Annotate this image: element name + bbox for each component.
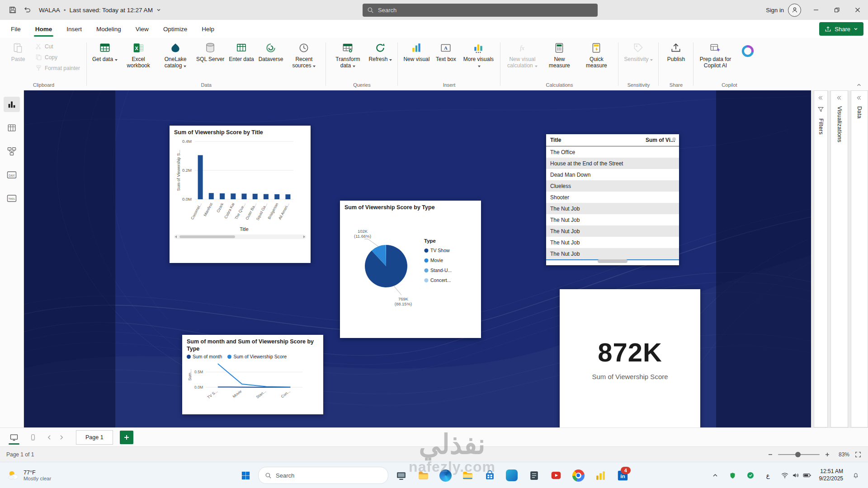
table-view-button[interactable] [4, 120, 20, 136]
document-title-menu[interactable]: WALAA • Last saved: Today at 12:27 AM [39, 7, 161, 14]
get-data-button[interactable]: Get data [90, 39, 119, 64]
desktop-view-button[interactable] [6, 431, 22, 444]
zoom-out-button[interactable] [768, 452, 773, 457]
format-painter-button[interactable]: Format painter [33, 63, 83, 73]
fit-to-page-button[interactable] [854, 451, 862, 458]
video-app-button[interactable] [547, 466, 566, 485]
edge-browser-button[interactable] [436, 466, 455, 485]
quick-measure-button[interactable]: Quick measure [578, 39, 614, 70]
mobile-view-button[interactable] [25, 431, 41, 444]
tab-home[interactable]: Home [28, 20, 60, 38]
table-row[interactable]: The Nut Job [546, 248, 679, 260]
pie-chart-visual[interactable]: Sum of Viewership Score by Type 102K(11.… [340, 201, 481, 338]
table-row[interactable]: The Nut Job [546, 225, 679, 237]
table-row[interactable]: The Nut Job [546, 203, 679, 214]
refresh-button[interactable]: Refresh [367, 39, 394, 64]
input-language-button[interactable]: ع [761, 467, 775, 483]
card-visual[interactable]: 872K Sum of Viewership Score [560, 289, 700, 427]
model-view-button[interactable] [4, 144, 20, 159]
network-volume-battery-button[interactable] [779, 471, 813, 480]
table-row[interactable]: Clueless [546, 180, 679, 192]
sign-in-button[interactable]: Sign in [766, 4, 801, 17]
recent-sources-button[interactable]: Recent sources [286, 39, 322, 70]
start-button[interactable] [236, 466, 255, 485]
security-app-button[interactable] [726, 467, 740, 483]
zoom-slider-handle[interactable] [795, 452, 801, 457]
data-pane[interactable]: Data [851, 90, 868, 427]
filters-pane[interactable]: Filters [814, 90, 828, 427]
tray-expand-button[interactable] [708, 467, 722, 483]
dataverse-button[interactable]: Dataverse [257, 39, 285, 64]
chrome-browser-button[interactable] [569, 466, 588, 485]
linkedin-button[interactable]: in4 [613, 466, 632, 485]
onelake-catalog-button[interactable]: OneLake catalog [157, 39, 193, 70]
copy-button[interactable]: Copy [33, 52, 83, 62]
cut-button[interactable]: Cut [33, 42, 83, 51]
tab-modeling[interactable]: Modeling [89, 20, 128, 38]
paste-button[interactable]: Paste [5, 39, 32, 64]
zoom-in-button[interactable] [825, 452, 830, 457]
new-page-button[interactable] [120, 431, 133, 444]
table-row[interactable]: Shooter [546, 192, 679, 203]
tray-app-button[interactable] [744, 467, 757, 483]
tab-insert[interactable]: Insert [59, 20, 89, 38]
dax-query-view-button[interactable]: DAX [4, 167, 20, 183]
restore-button[interactable] [826, 0, 847, 20]
expand-pane-icon[interactable] [818, 95, 824, 101]
desktop-app-button[interactable] [392, 466, 410, 485]
table-row[interactable]: Dead Man Down [546, 169, 679, 180]
publish-button[interactable]: Publish [662, 39, 689, 64]
power-bi-button[interactable] [591, 466, 610, 485]
page-tab[interactable]: Page 1 [76, 430, 113, 445]
new-visual-calculation-button[interactable]: fxNew visual calculation [504, 39, 540, 70]
transform-data-button[interactable]: Transform data [330, 39, 366, 70]
table-row[interactable]: The Nut Job [546, 237, 679, 248]
sql-server-button[interactable]: SQL Server [194, 39, 226, 64]
clock[interactable]: 12:51 AM 9/22/2025 [817, 468, 845, 482]
weather-widget[interactable]: 77°F Mostly clear [0, 469, 119, 482]
table-row[interactable]: The Nut Job [546, 214, 679, 225]
tab-optimize[interactable]: Optimize [156, 20, 194, 38]
expand-pane-icon[interactable] [836, 95, 842, 101]
undo-button[interactable] [20, 3, 34, 17]
text-box-button[interactable]: AText box [432, 39, 459, 64]
table-row[interactable]: The Office [546, 146, 679, 158]
prep-data-for-copilot-ai-button[interactable]: Prep data for Copilot AI [697, 39, 733, 70]
new-visual-button[interactable]: New visual [401, 39, 431, 64]
global-search-input[interactable]: Search [363, 4, 598, 17]
more-visuals-button[interactable]: More visuals [460, 39, 496, 70]
media-app-button[interactable] [502, 466, 521, 485]
copilot-button[interactable] [734, 39, 761, 60]
report-view-button[interactable] [4, 97, 20, 112]
expand-pane-icon[interactable] [856, 95, 862, 101]
table-scrollbar-handle[interactable] [598, 259, 627, 263]
notes-app-button[interactable] [524, 466, 543, 485]
horizontal-scrollbar[interactable] [174, 235, 306, 239]
excel-workbook-button[interactable]: XExcel workbook [120, 39, 156, 70]
notifications-button[interactable] [849, 467, 863, 483]
tab-view[interactable]: View [128, 20, 156, 38]
table-visual[interactable]: Title Sum of Vi... The OfficeHouse at th… [546, 134, 679, 265]
zoom-slider[interactable] [778, 454, 820, 455]
minimize-button[interactable] [806, 0, 826, 20]
line-chart-visual[interactable]: Sum of month and Sum of Viewership Score… [182, 335, 323, 414]
visualizations-pane[interactable]: Visualizations [830, 90, 848, 427]
new-measure-button[interactable]: New measure [541, 39, 577, 70]
enter-data-button[interactable]: Enter data [227, 39, 255, 64]
previous-page-button[interactable] [44, 431, 53, 444]
sensitivity-button[interactable]: Sensitivity [622, 39, 655, 64]
collapse-ribbon-button[interactable] [856, 82, 862, 88]
column-header-title[interactable]: Title [546, 134, 638, 146]
save-button[interactable] [5, 3, 20, 17]
scrollbar-handle[interactable] [179, 235, 235, 238]
file-explorer-button[interactable] [458, 466, 477, 485]
report-canvas[interactable]: Sum of Viewership Score by Title 0.0M0.2… [24, 90, 811, 427]
tab-file[interactable]: File [4, 20, 28, 38]
tab-help[interactable]: Help [194, 20, 222, 38]
share-button[interactable]: Share [819, 22, 863, 36]
tmdl-view-button[interactable]: TMDL [4, 191, 20, 206]
close-button[interactable] [847, 0, 868, 20]
taskbar-search[interactable]: Search [258, 467, 388, 484]
documents-folder-button[interactable] [414, 466, 433, 485]
table-row[interactable]: House at the End of the Street [546, 158, 679, 169]
